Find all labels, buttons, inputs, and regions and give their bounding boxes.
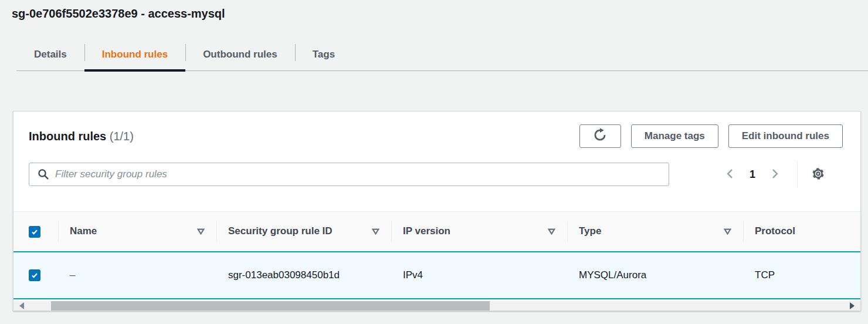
column-label: Name xyxy=(70,225,97,238)
select-all-checkbox[interactable] xyxy=(29,226,40,238)
panel-actions: Manage tags Edit inbound rules xyxy=(579,124,843,148)
column-label: Protocol xyxy=(755,225,795,238)
tab-label: Inbound rules xyxy=(102,49,168,60)
cell-security-group-rule-id: sgr-013eab03098450b1d xyxy=(216,268,391,283)
table-header-row: Name Security group rule ID IP version xyxy=(13,211,860,251)
row-checkbox[interactable] xyxy=(29,269,40,281)
settings-button[interactable] xyxy=(809,165,827,184)
filter-triangle-icon xyxy=(372,226,379,238)
row-select-cell xyxy=(13,269,58,281)
chevron-left-icon xyxy=(725,168,734,181)
column-header-security-group-rule-id[interactable]: Security group rule ID xyxy=(216,212,391,251)
edit-inbound-rules-button[interactable]: Edit inbound rules xyxy=(728,124,843,148)
tab-label: Tags xyxy=(313,49,335,60)
page-number: 1 xyxy=(750,168,755,181)
scrollbar-thumb[interactable] xyxy=(51,301,490,310)
cell-name: – xyxy=(58,268,216,283)
scroll-right-icon xyxy=(850,302,855,309)
inbound-rules-panel: Inbound rules (1/1) Manage tags Edit inb… xyxy=(13,111,861,311)
divider xyxy=(797,161,798,188)
rules-count: (1/1) xyxy=(110,130,134,143)
cell-ip-version: IPv4 xyxy=(391,268,567,283)
tab-bar: Details Inbound rules Outbound rules Tag… xyxy=(16,38,868,71)
column-header-ip-version[interactable]: IP version xyxy=(391,212,567,251)
column-label: Type xyxy=(579,225,601,238)
filter-triangle-icon xyxy=(724,226,731,238)
page-title: sg-0e706f5502e3378e9 - access-mysql xyxy=(12,7,868,21)
chevron-right-icon xyxy=(771,168,779,181)
column-label: Security group rule ID xyxy=(228,225,333,238)
manage-tags-button[interactable]: Manage tags xyxy=(631,124,718,148)
filter-triangle-icon xyxy=(197,226,205,238)
panel-title: Inbound rules (1/1) xyxy=(29,130,134,143)
filter-row: 1 xyxy=(13,148,860,188)
tab-tags[interactable]: Tags xyxy=(295,38,352,70)
column-header-protocol[interactable]: Protocol xyxy=(743,212,860,251)
next-page-button[interactable] xyxy=(768,166,782,184)
scroll-left-button[interactable] xyxy=(13,301,30,310)
scroll-left-icon xyxy=(19,302,24,309)
search-box xyxy=(29,163,669,186)
rules-table: Name Security group rule ID IP version xyxy=(13,211,860,299)
refresh-button[interactable] xyxy=(579,124,621,148)
cell-protocol: TCP xyxy=(743,268,860,283)
tab-inbound-rules[interactable]: Inbound rules xyxy=(84,38,185,70)
column-header-name[interactable]: Name xyxy=(58,212,216,251)
select-all-cell xyxy=(13,226,58,238)
horizontal-scrollbar[interactable] xyxy=(13,301,860,310)
tab-label: Outbound rules xyxy=(203,49,277,60)
search-icon xyxy=(37,168,50,183)
scroll-right-button[interactable] xyxy=(844,301,860,310)
tab-details[interactable]: Details xyxy=(16,38,84,70)
prev-page-button[interactable] xyxy=(723,166,737,184)
column-label: IP version xyxy=(403,225,450,238)
cell-type: MYSQL/Aurora xyxy=(567,268,743,283)
security-group-rule-id-value: sgr-013eab03098450b1d xyxy=(228,268,340,283)
tab-label: Details xyxy=(34,49,67,60)
filter-input[interactable] xyxy=(29,163,669,186)
gear-icon xyxy=(811,166,826,183)
tab-outbound-rules[interactable]: Outbound rules xyxy=(185,38,295,70)
table-row[interactable]: – sgr-013eab03098450b1d IPv4 MYSQL/Auror… xyxy=(13,251,860,299)
refresh-icon xyxy=(592,127,608,146)
pagination: 1 xyxy=(723,166,782,184)
column-header-type[interactable]: Type xyxy=(567,212,743,251)
filter-triangle-icon xyxy=(548,226,555,238)
panel-title-text: Inbound rules xyxy=(29,130,106,143)
panel-header: Inbound rules (1/1) Manage tags Edit inb… xyxy=(13,112,860,148)
